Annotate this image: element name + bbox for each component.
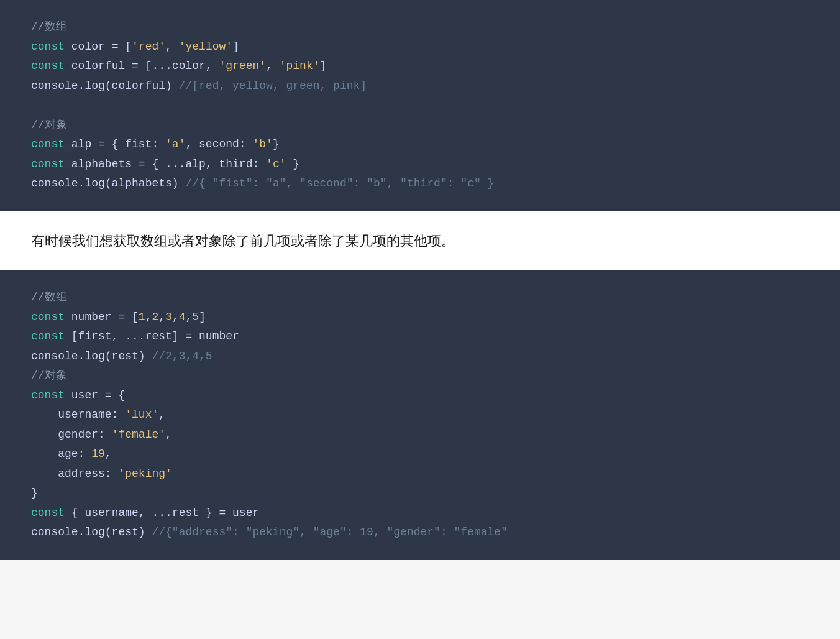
- line-number-array: const number = [1,2,3,4,5]: [31, 308, 809, 328]
- line-comment-obj2: //对象: [31, 366, 809, 386]
- code-block-2: //数组 const number = [1,2,3,4,5] const [f…: [0, 270, 840, 560]
- line-console-rest-obj: console.log(rest) //{"address": "peking"…: [31, 523, 809, 543]
- line-empty-1: [31, 96, 809, 116]
- line-age-prop: age: 19,: [31, 444, 809, 464]
- line-alp-obj: const alp = { fist: 'a', second: 'b'}: [31, 135, 809, 155]
- line-color-array: const color = ['red', 'yellow']: [31, 37, 809, 57]
- line-destructure-obj: const { username, ...rest } = user: [31, 503, 809, 523]
- line-console-rest-array: console.log(rest) //2,3,4,5: [31, 347, 809, 367]
- line-user-obj-open: const user = {: [31, 386, 809, 406]
- line-console-alphabets: console.log(alphabets) //{ "fist": "a", …: [31, 174, 809, 194]
- line-comment-array1: //数组: [31, 17, 809, 37]
- line-username-prop: username: 'lux',: [31, 405, 809, 425]
- line-comment-obj1: //对象: [31, 116, 809, 136]
- line-console-colorful: console.log(colorful) //[red, yellow, gr…: [31, 76, 809, 96]
- page-container: //数组 const color = ['red', 'yellow'] con…: [0, 0, 840, 639]
- prose-section-1: 有时候我们想获取数组或者对象除了前几项或者除了某几项的其他项。: [0, 211, 840, 271]
- line-colorful-array: const colorful = [...color, 'green', 'pi…: [31, 57, 809, 76]
- line-destructure-array: const [first, ...rest] = number: [31, 327, 809, 347]
- line-address-prop: address: 'peking': [31, 464, 809, 484]
- line-comment-array2: //数组: [31, 288, 809, 308]
- prose-text-1: 有时候我们想获取数组或者对象除了前几项或者除了某几项的其他项。: [31, 233, 455, 249]
- code-block-1: //数组 const color = ['red', 'yellow'] con…: [0, 0, 840, 211]
- line-alphabets-obj: const alphabets = { ...alp, third: 'c' }: [31, 155, 809, 175]
- line-gender-prop: gender: 'female',: [31, 425, 809, 445]
- line-user-obj-close: }: [31, 484, 809, 503]
